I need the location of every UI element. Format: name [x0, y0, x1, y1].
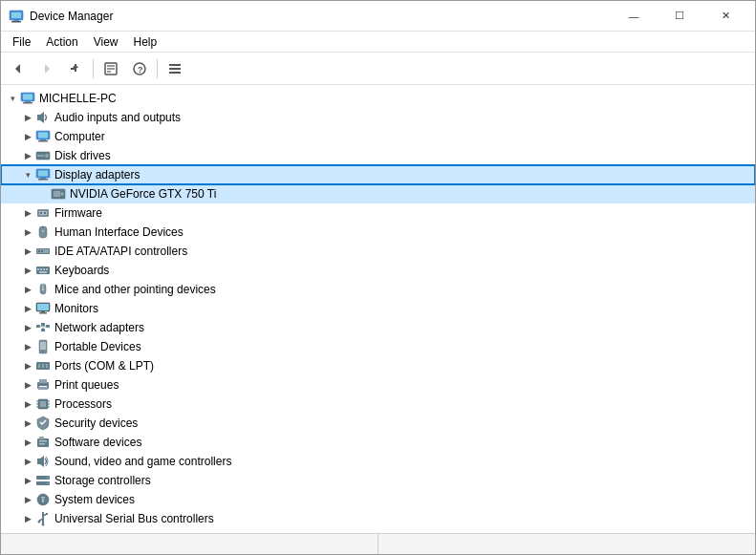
- svg-rect-74: [38, 364, 40, 368]
- print-expand[interactable]: ▶: [20, 377, 35, 393]
- svg-rect-22: [37, 115, 40, 120]
- ports-expand[interactable]: ▶: [20, 358, 35, 374]
- tree-item-storage[interactable]: ▶ Storage controllers: [1, 471, 755, 490]
- root-expand[interactable]: ▾: [5, 91, 20, 106]
- audio-expand[interactable]: ▶: [20, 110, 35, 125]
- mice-expand[interactable]: ▶: [20, 282, 35, 297]
- svg-rect-55: [39, 271, 47, 273]
- tree-item-firmware[interactable]: ▶ Firmware: [1, 203, 755, 223]
- menu-view[interactable]: View: [86, 33, 126, 51]
- firmware-expand[interactable]: ▶: [20, 205, 35, 221]
- computer-icon: [20, 91, 35, 106]
- device-manager-window: Device Manager — ☐ ✕ File Action View He…: [0, 0, 756, 555]
- svg-rect-3: [11, 21, 21, 23]
- properties-button[interactable]: [97, 56, 124, 81]
- menu-help[interactable]: Help: [126, 33, 165, 51]
- up-icon: [68, 61, 83, 76]
- portable-expand[interactable]: ▶: [20, 339, 35, 354]
- tree-item-print[interactable]: ▶ Print queues: [1, 375, 755, 395]
- svg-rect-75: [42, 364, 44, 368]
- processors-icon: [35, 396, 51, 412]
- svg-point-97: [47, 477, 49, 479]
- storage-expand[interactable]: ▶: [20, 473, 35, 488]
- svg-point-106: [38, 521, 41, 523]
- svg-rect-101: [42, 499, 44, 502]
- tree-item-monitors[interactable]: ▶ Monitors: [1, 299, 755, 318]
- tree-item-nvidia[interactable]: NVIDIA GeForce GTX 750 Ti: [1, 184, 755, 203]
- svg-rect-78: [39, 379, 47, 383]
- system-label: System devices: [54, 493, 135, 506]
- audio-label: Audio inputs and outputs: [54, 111, 181, 124]
- minimize-button[interactable]: —: [612, 2, 656, 31]
- tree-item-hid[interactable]: ▶ Human Interface Devices: [1, 223, 755, 242]
- tree-item-audio[interactable]: ▶ Audio inputs and outputs: [1, 108, 755, 127]
- network-icon: [35, 320, 51, 335]
- forward-button[interactable]: [33, 56, 60, 81]
- svg-rect-41: [40, 212, 42, 214]
- tree-item-ide[interactable]: ▶ IDE ATA/ATAPI controllers: [1, 242, 755, 261]
- audio-icon: [35, 110, 51, 125]
- security-expand[interactable]: ▶: [20, 416, 35, 431]
- portable-icon: [35, 339, 51, 354]
- toolbar: ?: [1, 53, 755, 85]
- tree-item-portable[interactable]: ▶ Portable Devices: [1, 337, 755, 356]
- portable-label: Portable Devices: [54, 340, 141, 353]
- storage-label: Storage controllers: [54, 474, 151, 487]
- tree-item-network[interactable]: ▶ Network adapters: [1, 318, 755, 337]
- tree-item-system[interactable]: ▶ System devices: [1, 490, 755, 509]
- tree-content[interactable]: ▾ MICHELLE-PC ▶ Audio inp: [1, 85, 755, 533]
- monitors-label: Monitors: [54, 302, 98, 315]
- toolbar-separator-1: [93, 59, 94, 78]
- monitors-expand[interactable]: ▶: [20, 301, 35, 316]
- svg-rect-48: [38, 250, 40, 252]
- tree-root[interactable]: ▾ MICHELLE-PC: [1, 89, 755, 108]
- title-bar-controls: — ☐ ✕: [612, 2, 747, 31]
- ide-expand[interactable]: ▶: [20, 244, 35, 259]
- hid-expand[interactable]: ▶: [20, 224, 35, 240]
- svg-rect-89: [37, 438, 49, 447]
- ports-label: Ports (COM & LPT): [54, 359, 154, 373]
- svg-rect-62: [39, 312, 47, 314]
- svg-rect-52: [40, 268, 42, 270]
- tree-item-sound[interactable]: ▶ Sound, video and game controllers: [1, 452, 755, 471]
- network-expand[interactable]: ▶: [20, 320, 35, 335]
- up-button[interactable]: [62, 56, 89, 81]
- menu-action[interactable]: Action: [38, 33, 85, 51]
- mice-icon: [35, 282, 51, 297]
- sound-expand[interactable]: ▶: [20, 454, 35, 469]
- svg-point-58: [42, 288, 45, 291]
- tree-item-computer[interactable]: ▶ Computer: [1, 127, 755, 146]
- back-button[interactable]: [5, 56, 32, 81]
- computer-expand[interactable]: ▶: [20, 129, 35, 144]
- tree-item-ports[interactable]: ▶ Ports (COM & LPT): [1, 356, 755, 375]
- svg-point-38: [61, 193, 63, 195]
- close-button[interactable]: ✕: [703, 2, 747, 31]
- properties-icon: [103, 61, 119, 76]
- status-panel-right: [378, 534, 747, 554]
- tree-item-software[interactable]: ▶ Software devices: [1, 433, 755, 452]
- disk-expand[interactable]: ▶: [20, 148, 35, 163]
- usb-expand[interactable]: ▶: [20, 511, 35, 526]
- svg-rect-49: [41, 250, 43, 252]
- display-expand[interactable]: ▾: [20, 167, 35, 182]
- tree-item-processors[interactable]: ▶ Processors: [1, 395, 755, 414]
- tree-item-display[interactable]: ▾ Display adapters: [1, 165, 755, 184]
- keyboards-expand[interactable]: ▶: [20, 263, 35, 278]
- tree-item-usb[interactable]: ▶ Universal Serial Bus controllers: [1, 509, 755, 528]
- processors-expand[interactable]: ▶: [20, 396, 35, 412]
- tree-item-keyboards[interactable]: ▶ Keyboards: [1, 261, 755, 280]
- tree-item-security[interactable]: ▶ Security devices: [1, 414, 755, 433]
- help-button[interactable]: ?: [126, 56, 153, 81]
- details-button[interactable]: [162, 56, 188, 81]
- system-expand[interactable]: ▶: [20, 492, 35, 507]
- software-expand[interactable]: ▶: [20, 435, 35, 450]
- maximize-button[interactable]: ☐: [658, 2, 702, 31]
- svg-rect-42: [44, 212, 46, 214]
- svg-rect-82: [40, 401, 46, 407]
- tree-item-disk[interactable]: ▶ Disk drives: [1, 146, 755, 165]
- tree-item-mice[interactable]: ▶ Mice and other pointing devices: [1, 280, 755, 299]
- hid-icon: [35, 224, 51, 240]
- menu-file[interactable]: File: [5, 33, 38, 51]
- nvidia-label: NVIDIA GeForce GTX 750 Ti: [70, 187, 216, 201]
- svg-point-98: [47, 482, 49, 484]
